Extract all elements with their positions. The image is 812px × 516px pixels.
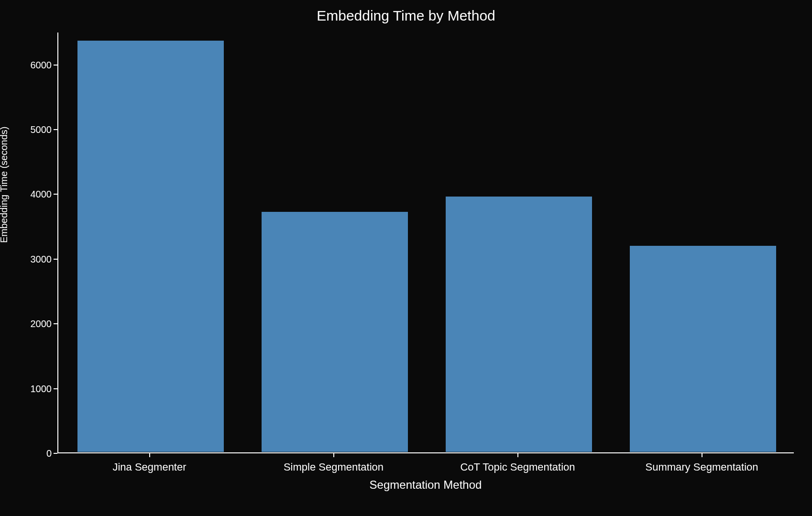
chart-title: Embedding Time by Method: [0, 8, 812, 24]
x-tick-mark: [702, 453, 702, 457]
bar: [445, 196, 593, 452]
x-tick-label: Simple Segmentation: [284, 461, 384, 473]
y-tick-label: 4000: [4, 189, 52, 200]
y-tick-mark: [54, 323, 57, 324]
x-tick-mark: [333, 453, 334, 457]
x-tick-mark: [149, 453, 150, 457]
y-axis-label: Embedding Time (seconds): [0, 127, 10, 243]
bar: [629, 245, 777, 452]
x-tick-label: Jina Segmenter: [112, 461, 186, 473]
chart-container: Embedding Time by Method Embedding Time …: [0, 0, 812, 516]
plot-area: [57, 33, 794, 453]
bar: [77, 40, 224, 452]
x-axis: Segmentation Method Jina SegmenterSimple…: [57, 453, 794, 501]
bar: [261, 211, 408, 452]
y-tick-label: 3000: [4, 253, 52, 264]
y-tick-label: 6000: [4, 59, 52, 70]
x-tick-label: Summary Segmentation: [646, 461, 758, 473]
y-tick-label: 2000: [4, 318, 52, 329]
x-tick-label: CoT Topic Segmentation: [460, 461, 575, 473]
y-tick-mark: [54, 65, 57, 66]
y-tick-mark: [54, 129, 57, 130]
y-tick-label: 1000: [4, 383, 52, 394]
y-tick-label: 5000: [4, 124, 52, 135]
y-tick-mark: [54, 259, 57, 260]
y-tick-mark: [54, 453, 57, 454]
y-axis: Embedding Time (seconds) 010002000300040…: [0, 33, 57, 453]
x-axis-label: Segmentation Method: [370, 478, 482, 492]
y-tick-mark: [54, 388, 57, 389]
y-tick-mark: [54, 194, 57, 195]
x-tick-mark: [517, 453, 518, 457]
bars-group: [58, 33, 794, 452]
y-tick-label: 0: [4, 448, 52, 459]
